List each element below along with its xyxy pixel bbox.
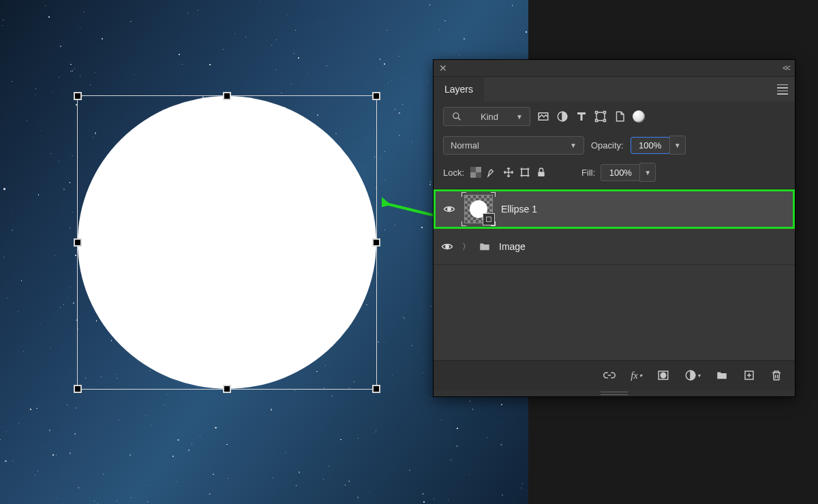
transform-bounding-box[interactable] — [77, 95, 377, 390]
filter-toggle-switch[interactable] — [633, 110, 645, 123]
lock-transparency-icon[interactable] — [470, 166, 482, 178]
svg-line-2 — [458, 118, 461, 121]
layer-row[interactable]: Ellipse 1 — [434, 189, 795, 229]
svg-rect-8 — [595, 120, 597, 122]
layer-name[interactable]: Image — [499, 241, 526, 252]
filter-pixel-icon[interactable] — [537, 110, 549, 123]
app-root: ✕ << Layers Kind ▼ — [0, 0, 818, 504]
blend-mode-value: Normal — [451, 140, 479, 151]
opacity-label: Opacity: — [591, 140, 624, 151]
search-icon — [451, 110, 463, 123]
layers-list: Ellipse 1 〉 Image — [434, 189, 795, 265]
lock-position-icon[interactable] — [502, 166, 515, 178]
collapse-panel-icon[interactable]: << — [783, 63, 789, 73]
svg-rect-12 — [476, 172, 481, 178]
svg-point-23 — [661, 373, 666, 378]
new-layer-icon[interactable] — [743, 369, 755, 381]
link-layers-icon[interactable] — [603, 369, 616, 381]
shape-badge-icon — [483, 213, 495, 225]
panel-tabs: Layers — [434, 77, 795, 101]
visibility-toggle-icon[interactable] — [442, 203, 456, 215]
svg-rect-7 — [603, 112, 605, 114]
svg-rect-9 — [603, 120, 605, 122]
opacity-scrubber-icon[interactable]: ▼ — [669, 136, 686, 155]
blend-mode-dropdown[interactable]: Normal ▼ — [443, 136, 584, 155]
panel-titlebar[interactable]: ✕ << — [434, 60, 795, 77]
transform-handle-bottom-left[interactable] — [74, 385, 82, 393]
layer-thumbnail[interactable] — [464, 195, 493, 223]
chevron-down-icon: ▼ — [570, 142, 577, 149]
svg-rect-13 — [521, 169, 528, 175]
add-adjustment-icon[interactable]: ▾ — [684, 369, 701, 381]
layers-empty-area[interactable] — [434, 265, 795, 360]
svg-rect-11 — [470, 167, 476, 172]
svg-point-1 — [453, 113, 459, 119]
transform-handle-top-left[interactable] — [74, 92, 82, 100]
tab-layers[interactable]: Layers — [434, 77, 484, 101]
transform-handle-bottom-center[interactable] — [223, 385, 231, 393]
filter-adjustment-icon[interactable] — [556, 110, 569, 123]
ellipse-shape[interactable] — [78, 96, 376, 389]
layer-filter-row: Kind ▼ — [434, 101, 795, 131]
filter-smartobject-icon[interactable] — [614, 110, 626, 123]
transform-handle-right-center[interactable] — [372, 238, 380, 247]
layers-panel: ✕ << Layers Kind ▼ — [433, 59, 796, 397]
layer-fx-icon[interactable]: fx▾ — [631, 369, 642, 381]
fill-scrubber-icon[interactable]: ▼ — [639, 163, 656, 182]
layer-row[interactable]: 〉 Image — [434, 229, 795, 265]
visibility-toggle-icon[interactable] — [440, 240, 454, 253]
panel-menu-icon[interactable] — [777, 84, 788, 95]
svg-rect-20 — [487, 217, 491, 222]
filter-kind-dropdown[interactable]: Kind ▼ — [443, 107, 530, 126]
lock-artboard-icon[interactable] — [519, 166, 531, 178]
svg-point-19 — [448, 208, 451, 211]
panel-resize-grip[interactable] — [434, 390, 795, 396]
lock-fill-row: Lock: Fill: 100% ▼ — [434, 159, 795, 189]
opacity-input[interactable]: 100% — [631, 137, 670, 154]
lock-all-icon[interactable] — [535, 166, 547, 178]
blend-opacity-row: Normal ▼ Opacity: 100% ▼ — [434, 131, 795, 159]
svg-point-21 — [446, 245, 449, 249]
svg-rect-6 — [595, 112, 597, 114]
layer-name[interactable]: Ellipse 1 — [501, 204, 537, 215]
chevron-down-icon: ▼ — [516, 113, 523, 121]
fill-input[interactable]: 100% — [601, 164, 640, 181]
transform-handle-left-center[interactable] — [74, 238, 82, 247]
lock-pixels-icon[interactable] — [486, 166, 498, 178]
fill-control: 100% ▼ — [601, 163, 656, 182]
new-group-icon[interactable] — [716, 369, 728, 381]
close-icon[interactable]: ✕ — [439, 63, 447, 74]
delete-layer-icon[interactable] — [770, 369, 783, 381]
opacity-control: 100% ▼ — [631, 136, 686, 155]
add-mask-icon[interactable] — [657, 369, 669, 381]
fill-label: Fill: — [581, 168, 595, 178]
layers-panel-footer: fx▾ ▾ — [434, 360, 795, 390]
lock-label: Lock: — [443, 168, 464, 178]
filter-shape-icon[interactable] — [594, 110, 607, 123]
transform-handle-bottom-right[interactable] — [372, 385, 380, 393]
expand-group-icon[interactable]: 〉 — [462, 241, 470, 253]
filter-type-icon[interactable] — [575, 110, 588, 123]
transform-handle-top-right[interactable] — [372, 92, 380, 100]
svg-rect-18 — [538, 172, 544, 176]
folder-icon — [479, 240, 491, 253]
filter-kind-label: Kind — [481, 112, 498, 122]
transform-handle-top-center[interactable] — [223, 92, 231, 100]
